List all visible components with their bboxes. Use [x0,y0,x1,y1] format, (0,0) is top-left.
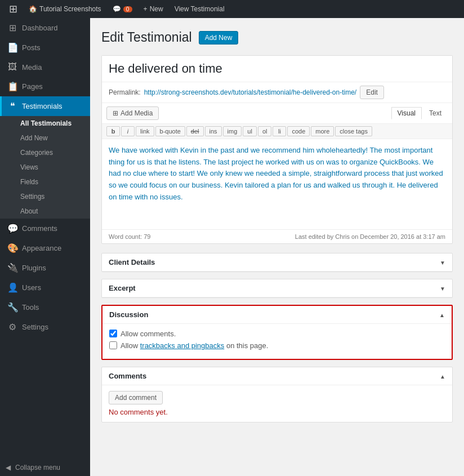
sidebar-item-label: Settings [22,323,48,331]
main-content: Edit Testimonial Add New Permalink: http… [90,18,464,476]
collapse-icon: ◀ [6,464,11,471]
collapse-menu-button[interactable]: ◀ Collapse menu [0,459,90,476]
add-new-button[interactable]: Add New [199,31,239,45]
toolbar-left: ⊞ Add Media [106,106,159,120]
submenu-add-new[interactable]: Add New [0,131,90,145]
submenu-settings[interactable]: Settings [0,189,90,204]
sidebar-item-posts[interactable]: 📄 Posts [0,38,90,57]
allow-comments-row: Allow comments. [109,330,445,338]
sidebar-item-testimonials[interactable]: ❝ Testimonials [0,96,90,116]
ol-button[interactable]: ol [258,126,272,136]
comments-metabox-header[interactable]: Comments [102,367,452,385]
close-tags-button[interactable]: close tags [335,126,372,136]
sidebar-item-settings[interactable]: ⚙ Settings [0,317,90,337]
more-button[interactable]: more [311,126,334,136]
allow-comments-checkbox[interactable] [109,330,117,337]
view-testimonial-button[interactable]: View Testimonial [170,0,229,18]
add-media-button[interactable]: ⊞ Add Media [106,106,159,120]
sidebar-item-appearance[interactable]: 🎨 Appearance [0,238,90,258]
sidebar-item-tools[interactable]: 🔧 Tools [0,297,90,317]
text-tab[interactable]: Text [423,107,448,119]
sidebar: ⊞ Dashboard 📄 Posts 🖼 Media 📋 Pages ❝ Te… [0,18,90,476]
permalink-row: Permalink: http://strong-screenshots.dev… [102,82,452,103]
excerpt-title: Excerpt [109,284,136,292]
visual-tab[interactable]: Visual [391,107,422,119]
submenu-about[interactable]: About [0,204,90,219]
sidebar-item-label: Pages [22,82,43,91]
excerpt-metabox: Excerpt [101,279,453,298]
sidebar-item-label: Comments [22,224,57,233]
allow-trackbacks-row: Allow trackbacks and pingbacks on this p… [109,341,445,350]
settings-icon: ⚙ [7,322,17,332]
discussion-toggle-icon [439,310,445,319]
format-buttons-bar: b i link b-quote del ins img ul ol li co… [102,124,452,139]
last-edited-label: Last edited by Chris on December 20, 201… [295,233,445,240]
submenu-views[interactable]: Views [0,160,90,175]
sidebar-item-label: Dashboard [22,24,58,32]
editor-box: Permalink: http://strong-screenshots.dev… [101,55,453,244]
wp-logo-button[interactable]: ⊞ [5,0,22,18]
add-media-label: Add Media [121,109,153,117]
comments-metabox-body: Add comment No comments yet. [102,385,452,422]
testimonials-icon: ❝ [7,101,17,112]
del-button[interactable]: del [186,126,204,136]
discussion-header[interactable]: Discussion [102,306,452,324]
ul-button[interactable]: ul [243,126,257,136]
li-button[interactable]: li [273,126,286,136]
dashboard-icon: ⊞ [7,23,17,33]
appearance-icon: 🎨 [7,243,17,253]
comments-toggle-icon [440,372,445,380]
link-button[interactable]: link [136,126,154,136]
sidebar-item-label: Users [22,283,41,292]
submenu-categories[interactable]: Categories [0,145,90,160]
post-title-input[interactable] [102,56,452,82]
submenu-all-testimonials[interactable]: All Testimonials [0,116,90,131]
submenu-fields[interactable]: Fields [0,175,90,189]
editor-footer: Word count: 79 Last edited by Chris on D… [102,229,452,243]
comment-count-badge: 0 [123,6,132,12]
discussion-body: Allow comments. Allow trackbacks and pin… [102,324,452,359]
pages-icon: 📋 [7,81,17,92]
comments-metabox-title: Comments [109,372,146,380]
add-comment-button[interactable]: Add comment [109,391,163,404]
view-testimonial-label: View Testimonial [175,5,225,13]
edit-permalink-button[interactable]: Edit [360,86,384,99]
sidebar-item-media[interactable]: 🖼 Media [0,57,90,77]
comments-sidebar-icon: 💬 [7,223,17,234]
client-details-toggle-icon [440,258,445,266]
bquote-button[interactable]: b-quote [155,126,185,136]
comments-metabox: Comments Add comment No comments yet. [101,367,453,422]
sidebar-item-pages[interactable]: 📋 Pages [0,77,90,96]
allow-trackbacks-label: Allow trackbacks and pingbacks on this p… [121,341,268,350]
add-media-icon: ⊞ [113,109,118,117]
site-name-label: Tutorial Screenshots [39,5,101,13]
editor-content[interactable]: We have worked with Kevin in the past an… [102,139,452,229]
sidebar-item-dashboard[interactable]: ⊞ Dashboard [0,18,90,38]
excerpt-header[interactable]: Excerpt [102,279,452,297]
sidebar-item-comments[interactable]: 💬 Comments [0,219,90,238]
code-button[interactable]: code [287,126,310,136]
bold-button[interactable]: b [106,126,120,136]
trackbacks-link[interactable]: trackbacks and pingbacks [140,341,225,350]
sidebar-item-users[interactable]: 👤 Users [0,278,90,297]
ins-button[interactable]: ins [205,126,222,136]
home-icon: 🏠 [29,5,37,13]
allow-trackbacks-checkbox[interactable] [109,341,117,349]
word-count-label: Word count: 79 [109,233,150,240]
img-button[interactable]: img [223,126,242,136]
toolbar-right: Visual Text [391,107,448,119]
new-content-button[interactable]: + New [139,0,168,18]
permalink-url[interactable]: http://strong-screenshots.dev/tutorials/… [144,88,357,96]
client-details-header[interactable]: Client Details [102,253,452,272]
italic-button[interactable]: i [121,126,135,136]
admin-bar: ⊞ 🏠 Tutorial Screenshots 💬 0 + New View … [0,0,464,18]
users-icon: 👤 [7,282,17,293]
sidebar-item-plugins[interactable]: 🔌 Plugins [0,258,90,278]
editor-toolbar: ⊞ Add Media Visual Text [102,103,452,124]
sidebar-item-label: Posts [22,43,41,52]
discussion-title: Discussion [109,310,148,319]
site-name-button[interactable]: 🏠 Tutorial Screenshots [24,0,106,18]
excerpt-toggle-icon [440,284,445,292]
comments-button[interactable]: 💬 0 [108,0,137,18]
media-icon: 🖼 [7,62,17,72]
